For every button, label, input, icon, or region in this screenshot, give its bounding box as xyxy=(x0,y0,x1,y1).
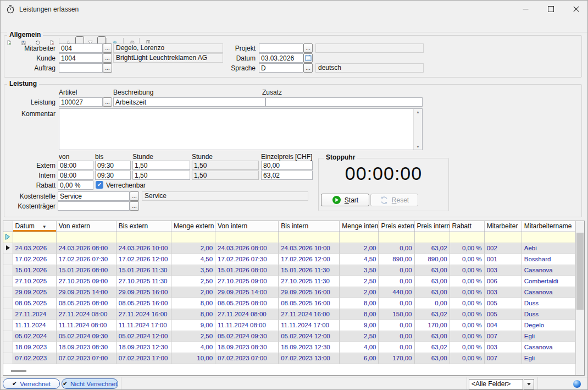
grid-cell[interactable]: 8,00 xyxy=(171,309,215,320)
grid-cell[interactable]: 15.01.2026 08:00 xyxy=(215,265,279,276)
table-row[interactable]: 17.02.202617.02.2026 07:3017.02.2026 12:… xyxy=(3,254,575,265)
grid-cell[interactable]: 005 xyxy=(484,309,522,320)
grid-cell[interactable]: 2,50 xyxy=(171,331,215,342)
grid-cell[interactable]: 4,00 xyxy=(340,342,379,353)
table-row[interactable]: 27.10.202527.10.2025 09:0027.10.2025 11:… xyxy=(3,276,575,287)
grid-cell[interactable]: 9,00 xyxy=(340,320,379,331)
grid-cell[interactable]: 170,00 xyxy=(414,320,450,331)
table-row[interactable]: 11.11.202411.11.2024 08:0011.11.2024 17:… xyxy=(3,320,575,331)
zusatz-input[interactable] xyxy=(265,97,423,107)
grid-cell[interactable]: 08.05.2025 16:00 xyxy=(279,298,340,309)
grid-scrollbar-thumb[interactable] xyxy=(576,233,584,310)
grid-cell[interactable]: 006 xyxy=(484,276,522,287)
grid-cell[interactable]: 0,00 % xyxy=(450,342,484,353)
grid-cell[interactable]: 440,00 xyxy=(379,287,414,298)
grid-cell[interactable]: 890,00 xyxy=(414,254,450,265)
grid-cell[interactable]: 0,00 % xyxy=(450,331,484,342)
grid-filter-cell[interactable] xyxy=(340,232,379,243)
kostentraeger-input[interactable] xyxy=(58,201,130,211)
grid-cell[interactable]: 27.11.2024 16:00 xyxy=(116,309,171,320)
kommentar-scrollbar[interactable]: ▲ ▼ xyxy=(413,109,422,150)
grid-cell[interactable]: 0,00 % xyxy=(450,265,484,276)
grid-cell[interactable]: 0,00 xyxy=(379,320,414,331)
grid-cell[interactable]: 4,50 xyxy=(171,254,215,265)
grid-cell[interactable]: 2,50 xyxy=(340,276,379,287)
grid-cell[interactable]: 08.05.2025 16:00 xyxy=(116,298,171,309)
grid-cell[interactable]: 2,00 xyxy=(171,243,215,254)
sprache-input[interactable] xyxy=(259,63,303,73)
grid-cell[interactable]: 8,00 xyxy=(340,309,379,320)
auftrag-browse-button[interactable]: ... xyxy=(103,63,112,73)
intern-preis-input[interactable] xyxy=(261,171,313,180)
grid-column-header[interactable]: Von intern xyxy=(215,221,279,232)
grid-filter-cell[interactable] xyxy=(450,232,484,243)
grid-cell[interactable]: 11.11.2024 08:00 xyxy=(56,320,116,331)
grid-cell[interactable]: 0,00 % xyxy=(450,287,484,298)
grid-cell[interactable]: 890,00 xyxy=(379,254,414,265)
intern-bis-input[interactable] xyxy=(95,171,131,180)
field-filter-combo[interactable]: <Alle Felder> xyxy=(469,379,523,389)
grid-cell[interactable]: 003 xyxy=(484,287,522,298)
sprache-browse-button[interactable]: ... xyxy=(303,63,313,73)
row-selector[interactable] xyxy=(3,254,13,265)
row-selector[interactable] xyxy=(3,320,13,331)
grid-cell[interactable]: 18.09.2023 08:30 xyxy=(215,342,279,353)
row-selector[interactable] xyxy=(3,331,13,342)
grid-filter-cell[interactable] xyxy=(13,232,56,243)
grid-cell[interactable]: 29.09.2025 xyxy=(13,287,56,298)
grid-cell[interactable]: 63,00 xyxy=(414,265,450,276)
table-row[interactable]: 05.02.202405.02.2024 09:3005.02.2024 12:… xyxy=(3,331,575,342)
grid-cell[interactable]: 27.11.2024 08:00 xyxy=(215,309,279,320)
grid-cell[interactable]: 8,00 xyxy=(340,298,379,309)
grid-cell[interactable]: 0,00 xyxy=(379,298,414,309)
field-filter-dropdown-button[interactable] xyxy=(524,379,534,389)
datum-calendar-button[interactable] xyxy=(303,53,313,63)
kommentar-textarea[interactable] xyxy=(59,108,423,150)
grid-cell[interactable]: 15.01.2026 11:30 xyxy=(279,265,340,276)
grid-cell[interactable]: 0,00 % xyxy=(450,298,484,309)
grid-cell[interactable]: 4,50 xyxy=(340,254,379,265)
kostenstelle-browse-button[interactable]: ... xyxy=(130,191,139,201)
grid-cell[interactable]: 8,00 xyxy=(171,298,215,309)
grid-cell[interactable]: 63,02 xyxy=(414,243,450,254)
grid-cell[interactable]: Egli xyxy=(522,331,575,342)
grid-cell[interactable]: 0,00 % xyxy=(450,243,484,254)
grid-cell[interactable]: 17.02.2026 12:00 xyxy=(116,254,171,265)
grid-filter-cell[interactable] xyxy=(171,232,215,243)
grid-cell[interactable]: 05.02.2024 12:00 xyxy=(116,331,171,342)
grid-cell[interactable]: 0,00 % xyxy=(450,320,484,331)
grid-cell[interactable]: 2,50 xyxy=(340,331,379,342)
nicht-verrechnet-toggle[interactable]: ✔ Nicht Verrechnet xyxy=(62,378,118,389)
grid-cell[interactable]: 29.09.2025 16:00 xyxy=(279,287,340,298)
grid-cell[interactable]: 3,50 xyxy=(340,265,379,276)
verrechenbar-checkbox[interactable]: ✔ xyxy=(96,181,103,189)
grid-column-header[interactable]: Rabatt xyxy=(450,221,484,232)
grid-cell[interactable]: 27.10.2025 xyxy=(13,276,56,287)
grid-cell[interactable]: 63,02 xyxy=(414,309,450,320)
grid-column-header[interactable]: Preis extern xyxy=(379,221,414,232)
grid-cell[interactable]: Casanova xyxy=(522,287,575,298)
kunde-browse-button[interactable]: ... xyxy=(103,53,112,63)
grid-cell[interactable]: 63,02 xyxy=(414,342,450,353)
grid-cell[interactable]: 15.01.2026 11:30 xyxy=(116,265,171,276)
grid-filter-cell[interactable] xyxy=(414,232,450,243)
grid-cell[interactable]: 29.09.2025 14:00 xyxy=(215,287,279,298)
grid-cell[interactable]: 0,00 xyxy=(379,265,414,276)
extern-bis-input[interactable] xyxy=(95,161,131,170)
grid-filter-cell[interactable] xyxy=(56,232,116,243)
grid-cell[interactable]: 27.10.2025 09:00 xyxy=(215,276,279,287)
grid-cell[interactable]: 07.02.2023 xyxy=(13,353,56,364)
kostentraeger-browse-button[interactable]: ... xyxy=(130,201,139,211)
grid-cell[interactable]: 9,00 xyxy=(171,320,215,331)
grid-filter-cell[interactable] xyxy=(379,232,414,243)
grid-cell[interactable]: 11.11.2024 17:00 xyxy=(279,320,340,331)
grid-cell[interactable]: 27.11.2024 xyxy=(13,309,56,320)
grid-cell[interactable]: 63,00 xyxy=(414,353,450,364)
grid-cell[interactable]: 05.02.2024 09:30 xyxy=(215,331,279,342)
grid-column-header[interactable]: Bis extern xyxy=(116,221,171,232)
grid-cell[interactable]: 27.10.2025 09:00 xyxy=(56,276,116,287)
table-row[interactable]: 07.02.202307.02.2023 07:0007.02.2023 17:… xyxy=(3,353,575,364)
table-row[interactable]: 15.01.202615.01.2026 08:0015.01.2026 11:… xyxy=(3,265,575,276)
grid-cell[interactable]: Duss xyxy=(522,309,575,320)
grid-cell[interactable]: Degelo xyxy=(522,320,575,331)
